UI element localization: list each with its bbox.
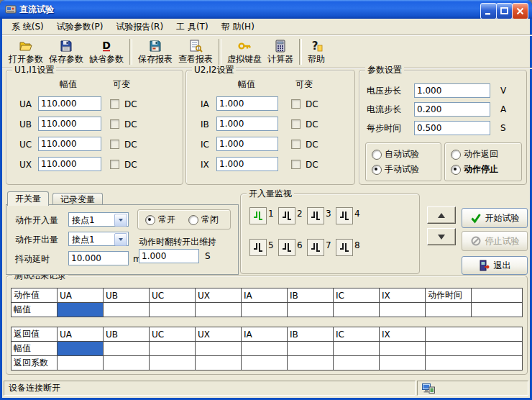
radio-dot-icon	[372, 165, 382, 175]
ic-amplitude-input[interactable]	[216, 137, 278, 151]
ia-variable-checkbox[interactable]	[291, 99, 301, 109]
normally-open-radio[interactable]: 常开	[145, 214, 175, 226]
variable-column-header: 可变	[295, 79, 313, 89]
ib-variable-checkbox[interactable]	[291, 119, 301, 129]
menu-item-tools[interactable]: 工 具(T)	[170, 19, 215, 35]
stop-icon	[470, 235, 482, 247]
contact-number: 7	[326, 240, 331, 250]
return-results-table: 返回值 UA UB UC UX IA IB IC IX 幅值	[11, 327, 523, 371]
hold-time-input[interactable]	[139, 249, 199, 263]
view-report-icon	[188, 39, 203, 54]
uc-amplitude-input[interactable]	[38, 137, 101, 151]
open-params-button[interactable]: 打开参数	[6, 36, 46, 67]
chevron-down-icon[interactable]	[114, 214, 127, 227]
contact-indicator-icon	[307, 207, 324, 224]
ux-amplitude-input[interactable]	[38, 157, 101, 171]
virtual-keyboard-button[interactable]: 虚拟键盘	[224, 36, 265, 67]
normally-closed-radio[interactable]: 常闭	[188, 214, 219, 226]
ua-amplitude-input[interactable]	[38, 96, 101, 111]
status-panel-left: 设备连接断开	[4, 381, 416, 396]
view-report-button[interactable]: 查看报表	[175, 36, 216, 67]
selected-cell	[58, 342, 104, 356]
app-window: 直流试验 系 统(S) 试验参数(P) 试验报告(R) 工 具(T) 帮 助(H…	[0, 0, 532, 400]
menu-item-test-params[interactable]: 试验参数(P)	[50, 19, 110, 35]
close-button[interactable]	[512, 3, 528, 19]
u2-settings-title: U2,I2设置	[192, 65, 236, 76]
variable-column-header: 可变	[113, 79, 130, 89]
ic-dc-label: DC	[306, 140, 318, 150]
exit-door-icon	[479, 260, 490, 271]
u1-settings-group: U1,I1设置 幅值 可变 UA DC UB DC UC DC UX DC	[6, 70, 183, 185]
amplitude-column-header: 幅值	[238, 79, 255, 89]
stop-test-button[interactable]: 停止试验	[462, 231, 528, 251]
ic-variable-checkbox[interactable]	[291, 140, 301, 149]
action-output-combo[interactable]: 接点1	[68, 232, 129, 246]
ub-variable-checkbox[interactable]	[110, 119, 119, 129]
tab-switch-quantity[interactable]: 开关量	[7, 191, 49, 206]
help-button[interactable]: ? 帮助	[305, 36, 328, 67]
tab-record-variable[interactable]: 记录变量	[52, 193, 103, 205]
ux-variable-checkbox[interactable]	[110, 160, 119, 169]
calculator-button[interactable]: 计算器	[265, 36, 296, 67]
maximize-button[interactable]	[496, 3, 513, 19]
uc-variable-checkbox[interactable]	[110, 140, 119, 149]
ub-label: UB	[19, 119, 32, 129]
ix-variable-checkbox[interactable]	[291, 160, 301, 169]
current-step-input[interactable]	[414, 102, 490, 117]
step-time-unit: S	[500, 123, 506, 133]
minimize-button[interactable]	[480, 3, 497, 19]
table-row: 幅值	[12, 342, 523, 356]
voltage-step-input[interactable]	[414, 83, 490, 98]
voltage-step-unit: V	[500, 86, 506, 96]
ib-amplitude-input[interactable]	[216, 117, 278, 131]
menu-item-test-report[interactable]: 试验报告(R)	[109, 19, 170, 35]
save-report-icon	[148, 39, 162, 54]
ia-label: IA	[201, 99, 209, 109]
check-icon	[470, 212, 482, 224]
step-up-button[interactable]	[427, 206, 456, 224]
contact-indicator-icon	[336, 239, 353, 256]
menu-item-help[interactable]: 帮 助(H)	[215, 19, 261, 35]
ua-variable-checkbox[interactable]	[110, 99, 119, 109]
step-down-button[interactable]	[427, 228, 456, 245]
help-icon: ?	[309, 39, 324, 54]
contact-type-frame: 常开 常闭	[137, 209, 231, 229]
contact-number: 1	[268, 209, 274, 219]
exit-button[interactable]: 退出	[462, 256, 528, 275]
debounce-input[interactable]	[68, 251, 129, 265]
maximize-icon	[500, 6, 509, 16]
contact-number: 2	[297, 209, 303, 219]
menu-item-system[interactable]: 系 统(S)	[5, 19, 50, 35]
action-stop-radio[interactable]: 动作停止	[451, 163, 498, 176]
manual-test-radio[interactable]: 手动试验	[372, 163, 419, 176]
ua-dc-label: DC	[124, 99, 137, 109]
svg-text:D: D	[102, 40, 111, 51]
auto-test-radio[interactable]: 自动试验	[372, 148, 419, 160]
save-report-button[interactable]: 保存报表	[135, 36, 175, 67]
table-row: 返回系数	[12, 356, 523, 371]
table-row: 返回值 UA UB UC UX IA IB IC IX	[12, 327, 523, 342]
current-step-unit: A	[500, 104, 506, 114]
contact-indicator-icon	[307, 239, 324, 256]
input-monitor-group: 开入量监视 1 2 3 4 5 6	[240, 194, 420, 274]
param-settings-title: 参数设置	[365, 65, 404, 76]
chevron-down-icon[interactable]	[114, 233, 127, 246]
ic-label: IC	[201, 140, 209, 150]
selected-cell	[58, 303, 104, 317]
client-area: 系 统(S) 试验参数(P) 试验报告(R) 工 具(T) 帮 助(H) 打开参…	[2, 19, 530, 398]
step-time-input[interactable]	[414, 121, 490, 135]
voltage-step-label: 电压步长	[367, 86, 401, 96]
save-params-button[interactable]: 保存参数	[46, 36, 86, 67]
toolbar-separator	[299, 39, 302, 65]
ix-amplitude-input[interactable]	[216, 157, 278, 171]
action-input-combo[interactable]: 接点1	[68, 212, 129, 227]
ub-amplitude-input[interactable]	[38, 117, 101, 131]
default-params-button[interactable]: D 缺省参数	[86, 36, 127, 67]
toolbar-separator	[129, 39, 132, 65]
ia-dc-label: DC	[306, 99, 318, 109]
start-test-button[interactable]: 开始试验	[462, 208, 528, 228]
contact-indicator-icon	[278, 207, 295, 224]
ia-amplitude-input[interactable]	[216, 96, 278, 111]
contact-number: 8	[354, 240, 360, 250]
action-return-radio[interactable]: 动作返回	[451, 148, 498, 160]
